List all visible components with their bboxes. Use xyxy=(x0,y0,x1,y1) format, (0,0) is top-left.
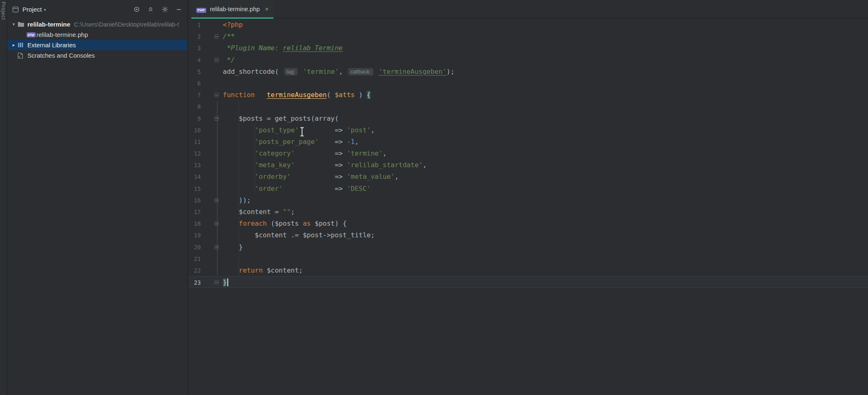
fold-marker-icon[interactable] xyxy=(215,222,219,226)
gutter[interactable] xyxy=(201,159,223,171)
tree-item-external-libraries[interactable]: ▸External Libraries xyxy=(7,40,188,50)
chevron-icon[interactable]: ▸ xyxy=(10,42,17,48)
gutter[interactable] xyxy=(201,171,223,183)
line-number[interactable]: 17 xyxy=(188,206,201,218)
gutter[interactable] xyxy=(201,101,223,112)
gutter[interactable] xyxy=(201,19,223,31)
gutter[interactable] xyxy=(201,229,223,241)
code-line[interactable]: 5add_shortcode( tag: 'termine', callback… xyxy=(188,66,868,78)
code-line[interactable]: 17 $content = ""; xyxy=(188,206,868,218)
settings-gear-icon[interactable] xyxy=(161,6,168,13)
fold-marker-icon[interactable] xyxy=(215,117,219,121)
gutter[interactable] xyxy=(201,253,223,265)
code-line[interactable]: 3 *Plugin Name: relilab Termine xyxy=(188,42,868,54)
code-line[interactable]: 1<?php xyxy=(188,19,868,31)
code-text: */ xyxy=(223,54,868,66)
editor-tab-bar: PHP relilab-termine.php × xyxy=(188,0,868,19)
code-line[interactable]: 16 )); xyxy=(188,195,868,206)
gutter[interactable] xyxy=(201,183,223,195)
line-number[interactable]: 7 xyxy=(188,89,201,101)
tab-relilab-termine-php[interactable]: PHP relilab-termine.php × xyxy=(191,0,273,18)
line-number[interactable]: 10 xyxy=(188,124,201,136)
locate-file-icon[interactable] xyxy=(133,6,140,13)
line-number[interactable]: 11 xyxy=(188,136,201,148)
project-panel-title[interactable]: Project xyxy=(22,6,42,13)
line-number[interactable]: 15 xyxy=(188,183,201,195)
code-line[interactable]: 2/** xyxy=(188,31,868,42)
line-number[interactable]: 4 xyxy=(188,54,201,66)
line-number[interactable]: 6 xyxy=(188,78,201,89)
gutter[interactable] xyxy=(201,78,223,89)
gutter[interactable] xyxy=(201,265,223,276)
gutter[interactable] xyxy=(201,195,223,206)
code-text: function termineAusgeben( $atts ) { xyxy=(223,89,868,101)
code-line[interactable]: 20 } xyxy=(188,241,868,253)
code-line[interactable]: 12 'category' => 'termine', xyxy=(188,148,868,159)
gutter[interactable] xyxy=(201,241,223,253)
code-text: 'posts_per_page' => -1, xyxy=(223,136,868,148)
code-line[interactable]: 21 xyxy=(188,253,868,265)
gutter[interactable] xyxy=(201,66,223,78)
gutter[interactable] xyxy=(201,42,223,54)
line-number[interactable]: 22 xyxy=(188,265,201,276)
line-number[interactable]: 18 xyxy=(188,218,201,229)
close-tab-icon[interactable]: × xyxy=(265,6,268,12)
code-lines: 1<?php2/**3 *Plugin Name: relilab Termin… xyxy=(188,19,868,288)
code-line[interactable]: 4 */ xyxy=(188,54,868,66)
code-line[interactable]: 14 'orderby' => 'meta_value', xyxy=(188,171,868,183)
gutter[interactable] xyxy=(201,206,223,218)
tree-item-label: Scratches and Consoles xyxy=(27,52,95,59)
code-line[interactable]: 13 'meta_key' => 'relilab_startdate', xyxy=(188,159,868,171)
tree-item-relilab-termine[interactable]: ▾relilab-termineC:\Users\Daniel\Desktop\… xyxy=(7,19,188,29)
fold-marker-icon[interactable] xyxy=(215,34,219,39)
code-line[interactable]: 11 'posts_per_page' => -1, xyxy=(188,136,868,148)
gutter[interactable] xyxy=(201,89,223,101)
line-number[interactable]: 2 xyxy=(188,31,201,42)
hide-panel-icon[interactable] xyxy=(175,6,183,13)
gutter[interactable] xyxy=(201,54,223,66)
code-line[interactable]: 7function termineAusgeben( $atts ) { xyxy=(188,89,868,101)
fold-marker-icon[interactable] xyxy=(215,58,219,62)
tree-item-relilab-termine-php[interactable]: phprelilab-termine.php xyxy=(7,29,188,40)
gutter[interactable] xyxy=(201,124,223,136)
tree-item-scratches-and-consoles[interactable]: Scratches and Consoles xyxy=(7,50,188,61)
line-number[interactable]: 8 xyxy=(188,101,201,112)
folder-icon xyxy=(17,21,27,27)
code-line[interactable]: 23} xyxy=(188,276,868,288)
gutter[interactable] xyxy=(201,31,223,42)
collapse-all-icon[interactable] xyxy=(147,6,154,13)
line-number[interactable]: 12 xyxy=(188,148,201,159)
gutter[interactable] xyxy=(201,136,223,148)
code-line[interactable]: 18 foreach ($posts as $post) { xyxy=(188,218,868,229)
code-line[interactable]: 15 'order' => 'DESC' xyxy=(188,183,868,195)
line-number[interactable]: 19 xyxy=(188,229,201,241)
fold-marker-icon[interactable] xyxy=(215,280,219,284)
fold-marker-icon[interactable] xyxy=(215,93,219,97)
code-line[interactable]: 22 return $content; xyxy=(188,265,868,276)
code-line[interactable]: 9 $posts = get_posts(array( xyxy=(188,113,868,124)
gutter[interactable] xyxy=(201,113,223,124)
gutter[interactable] xyxy=(201,148,223,159)
gutter[interactable] xyxy=(201,218,223,229)
line-number[interactable]: 13 xyxy=(188,159,201,171)
line-number[interactable]: 20 xyxy=(188,241,201,253)
code-area[interactable]: 1<?php2/**3 *Plugin Name: relilab Termin… xyxy=(188,19,868,288)
code-line[interactable]: 10 'post_type' => 'post', xyxy=(188,124,868,136)
line-number[interactable]: 9 xyxy=(188,113,201,124)
line-number[interactable]: 16 xyxy=(188,195,201,206)
gutter[interactable] xyxy=(201,277,223,288)
project-stripe-button[interactable]: Project xyxy=(0,2,6,20)
line-number[interactable]: 5 xyxy=(188,66,201,78)
fold-marker-icon[interactable] xyxy=(215,198,219,202)
chevron-icon[interactable]: ▾ xyxy=(10,22,17,27)
line-number[interactable]: 23 xyxy=(188,277,201,288)
chevron-down-icon[interactable]: ▾ xyxy=(44,7,46,12)
line-number[interactable]: 14 xyxy=(188,171,201,183)
fold-marker-icon[interactable] xyxy=(215,245,219,249)
line-number[interactable]: 3 xyxy=(188,42,201,54)
code-line[interactable]: 8 xyxy=(188,101,868,112)
line-number[interactable]: 21 xyxy=(188,253,201,265)
code-line[interactable]: 19 $content .= $post->post_title; xyxy=(188,229,868,241)
code-line[interactable]: 6 xyxy=(188,78,868,89)
line-number[interactable]: 1 xyxy=(188,19,201,31)
